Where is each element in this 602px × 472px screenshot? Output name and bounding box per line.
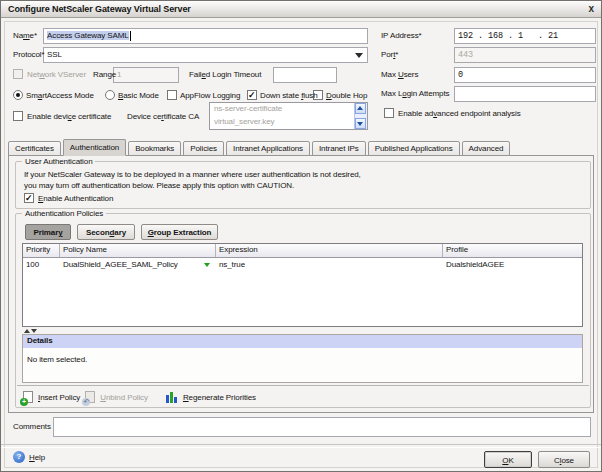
cell-expression: ns_true [216, 258, 443, 271]
protocol-select[interactable]: SSL [43, 47, 368, 63]
cert-list-item: ns-server-certificate [210, 103, 367, 116]
details-splitter-handle[interactable] [24, 329, 37, 333]
insert-policy-icon: + [23, 391, 33, 403]
enable-device-certificate-label: Enable device certificate [27, 112, 111, 121]
user-auth-warning-line1: If your NetScaler Gateway is to be deplo… [24, 170, 361, 179]
enable-advanced-endpoint-analysis-label: Enable advanced endpoint analysis [398, 109, 521, 118]
insert-policy-button[interactable]: Insert Policy [38, 393, 80, 402]
splitter-down-icon [31, 329, 37, 333]
device-certificate-ca-label: Device certificate CA [127, 112, 199, 121]
unbind-policy-button[interactable]: Unbind Policy [100, 393, 148, 402]
policy-active-marker-icon [204, 263, 210, 267]
basic-mode-radio[interactable] [105, 90, 115, 100]
failed-login-timeout-label: Failed Login Timeout [189, 70, 261, 79]
max-login-attempts-label: Max Login Attempts [381, 89, 449, 98]
range-input: 1 [113, 67, 179, 83]
details-header: Details [23, 335, 582, 348]
configure-netscaler-gateway-dialog: Configure NetScaler Gateway Virtual Serv… [0, 0, 602, 472]
window-title: Configure NetScaler Gateway Virtual Serv… [8, 4, 191, 14]
close-button[interactable]: Close [538, 451, 590, 468]
user-auth-warning-line2: you may turn off authentication below. P… [24, 181, 294, 190]
column-header-priority[interactable]: Priority [23, 244, 60, 257]
comments-input[interactable] [53, 417, 591, 437]
cert-list-item: virtual_server.key [210, 116, 367, 129]
group-extraction-button[interactable]: Group Extraction [141, 224, 218, 240]
tab-intranet-ips[interactable]: Intranet IPs [312, 141, 366, 156]
policy-name-text: DualShield_AGEE_SAML_Policy [63, 260, 178, 269]
enable-authentication-checkbox[interactable] [24, 193, 34, 203]
cell-profile: DualshieldAGEE [443, 258, 582, 271]
regenerate-priorities-button[interactable]: Regenerate Priorities [183, 393, 256, 402]
splitter-up-icon [24, 329, 30, 333]
ip-address-label: IP Address* [381, 31, 422, 40]
enable-device-certificate-checkbox[interactable] [13, 111, 23, 121]
policy-table-row[interactable]: 100 DualShield_AGEE_SAML_Policy ns_true … [23, 258, 582, 271]
name-label: Name* [13, 31, 37, 40]
appflow-logging-checkbox[interactable] [167, 90, 177, 100]
listbox-scrollbar[interactable] [354, 103, 367, 129]
primary-button[interactable]: Primary [25, 224, 71, 240]
details-panel: Details No item selected. [22, 334, 583, 383]
tab-published-applications[interactable]: Published Applications [368, 141, 460, 156]
details-empty-message: No item selected. [23, 348, 582, 371]
device-certificate-ca-listbox[interactable]: ns-server-certificate virtual_server.key [209, 102, 368, 130]
policies-table-header: Priority Policy Name Expression Profile [23, 244, 582, 258]
ok-button[interactable]: OK [484, 451, 532, 468]
policies-toolbar: + Insert Policy ↶ Unbind Policy Regenera… [17, 385, 589, 408]
down-state-flush-label: Down state flush [260, 91, 318, 100]
double-hop-label: Double Hop [326, 91, 367, 100]
title-bar: Configure NetScaler Gateway Virtual Serv… [1, 1, 601, 18]
smartaccess-mode-radio[interactable] [13, 90, 23, 100]
down-state-flush-checkbox[interactable] [247, 90, 257, 100]
max-login-attempts-input[interactable] [454, 86, 596, 102]
tab-certificates[interactable]: Certificates [8, 141, 61, 156]
close-icon[interactable]: x [589, 4, 594, 14]
tab-authentication[interactable]: Authentication [63, 139, 126, 156]
scroll-down-icon[interactable] [355, 118, 366, 129]
column-header-policy-name[interactable]: Policy Name [60, 244, 216, 257]
authentication-policies-group: Authentication Policies Primary Secondar… [15, 213, 591, 408]
appflow-logging-label: AppFlow Logging [180, 91, 240, 100]
enable-advanced-endpoint-analysis-checkbox[interactable] [384, 108, 394, 118]
unbind-policy-icon: ↶ [85, 391, 95, 403]
name-input[interactable]: Access Gateway SAML [43, 28, 368, 44]
help-icon[interactable]: ? [13, 451, 25, 463]
smartaccess-mode-label: SmartAccess Mode [26, 91, 94, 100]
secondary-button[interactable]: Secondary [77, 224, 135, 240]
name-input-selected-text: Access Gateway SAML [47, 31, 129, 40]
tab-intranet-applications[interactable]: Intranet Applications [226, 141, 310, 156]
failed-login-timeout-input[interactable] [273, 67, 337, 83]
enable-authentication-label: Enable Authentication [38, 194, 113, 203]
footer-separator [1, 444, 601, 448]
authentication-policies-group-title: Authentication Policies [22, 209, 106, 218]
help-link[interactable]: Help [29, 453, 45, 462]
tab-bookmarks[interactable]: Bookmarks [128, 141, 181, 156]
column-header-profile[interactable]: Profile [443, 244, 582, 257]
scroll-up-icon[interactable] [355, 103, 366, 114]
basic-mode-label: Basic Mode [118, 91, 159, 100]
comments-label: Comments [13, 422, 51, 431]
tab-advanced[interactable]: Advanced [462, 141, 511, 156]
cell-priority: 100 [23, 258, 60, 271]
user-authentication-group: User Authentication If your NetScaler Ga… [15, 161, 591, 209]
policies-table: Priority Policy Name Expression Profile … [22, 243, 583, 327]
range-label: Range [93, 70, 116, 79]
dropdown-arrow-icon[interactable] [355, 53, 363, 58]
user-authentication-group-title: User Authentication [22, 157, 95, 166]
cell-policy-name: DualShield_AGEE_SAML_Policy [60, 258, 216, 271]
port-input: 443 [454, 47, 596, 63]
port-label: Port* [381, 50, 398, 59]
protocol-value: SSL [47, 50, 62, 59]
tab-policies[interactable]: Policies [183, 141, 224, 156]
max-users-input[interactable]: 0 [454, 67, 596, 83]
column-header-expression[interactable]: Expression [216, 244, 443, 257]
ip-address-input[interactable]: 192 . 168 . 1 . 21 [454, 28, 596, 44]
network-vserver-label: Network VServer [27, 70, 86, 79]
regenerate-priorities-icon [166, 391, 178, 403]
tab-strip: Certificates Authentication Bookmarks Po… [8, 139, 512, 156]
network-vserver-checkbox [13, 69, 23, 79]
text-caret [130, 31, 131, 41]
protocol-label: Protocol* [13, 50, 45, 59]
max-users-label: Max Users [381, 70, 418, 79]
